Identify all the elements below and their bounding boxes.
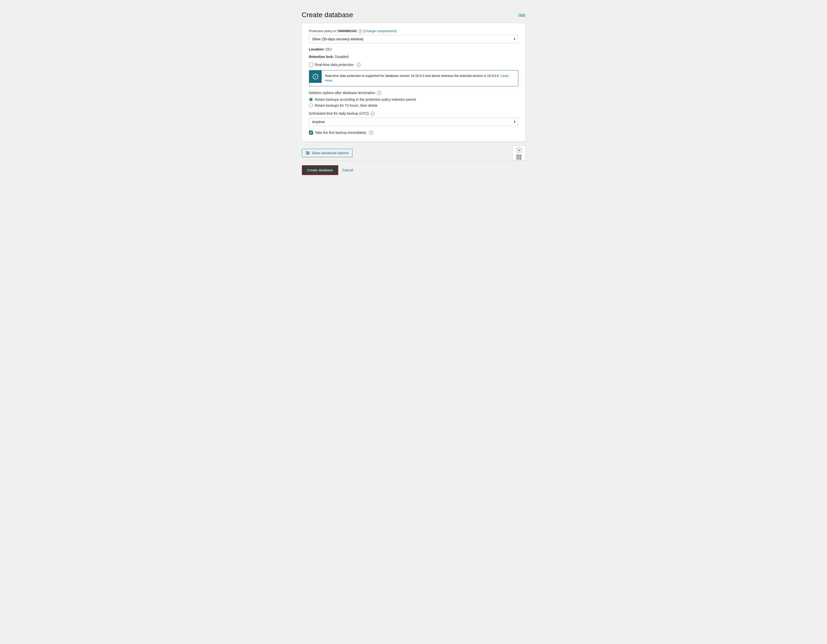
scheduled-backup-info-icon[interactable]: i [371, 112, 374, 116]
scheduled-backup-label: Scheduled time for daily backup (UTC) i [309, 111, 518, 116]
svg-point-3 [306, 151, 307, 153]
protection-policy-label: Protection policy in 79889980342 i (Chan… [309, 29, 518, 33]
info-banner: i Real-time data protection is supported… [309, 70, 518, 86]
scheduled-backup-select[interactable]: Anytime 00:00 01:00 02:00 [309, 118, 518, 126]
help-widget-dots [516, 155, 521, 159]
real-time-protection-info-icon[interactable]: i [357, 63, 361, 67]
filter-icon [306, 151, 310, 155]
show-advanced-options-label: Show advanced options [312, 151, 349, 155]
svg-point-4 [308, 153, 309, 154]
deletion-option1-label: Retain backups according to the protecti… [315, 97, 416, 102]
scheduled-backup-select-wrapper: Anytime 00:00 01:00 02:00 ⬍ [309, 118, 518, 126]
real-time-protection-checkbox[interactable] [309, 63, 313, 67]
svg-point-10 [518, 150, 520, 151]
deletion-option1-row: Retain backups according to the protecti… [309, 97, 518, 102]
page-title: Create database [302, 11, 353, 19]
show-advanced-options-button[interactable]: Show advanced options [302, 149, 353, 157]
retention-lock-field: Retention lock: Disabled [309, 55, 518, 59]
deletion-option2-row: Retain backups for 72 hours, then delete [309, 103, 518, 108]
compartment-id: 79889980342 [337, 29, 357, 33]
deletion-option2-label: Retain backups for 72 hours, then delete [315, 103, 378, 108]
protection-policy-select[interactable]: Silver (35-days recovery window) Bronze … [309, 35, 518, 43]
svg-point-5 [306, 153, 308, 155]
retention-lock-value: Disabled [335, 55, 348, 59]
help-link[interactable]: Help [518, 13, 526, 17]
location-value: OCI [325, 47, 332, 51]
info-icon-circle: i [313, 74, 318, 79]
help-widget-icon [515, 147, 523, 154]
location-field: Location: OCI [309, 47, 518, 51]
scheduled-backup-section: Scheduled time for daily backup (UTC) i … [309, 111, 518, 126]
protection-policy-info-icon[interactable]: i [359, 29, 362, 33]
footer-bar: Show advanced options [302, 142, 526, 161]
create-database-button[interactable]: Create database [302, 165, 339, 175]
first-backup-row: Take the first backup immediately i [309, 131, 518, 134]
help-widget[interactable] [513, 145, 526, 161]
real-time-protection-row: Real-time data protection i [309, 63, 518, 67]
info-banner-message: Real-time data protection is supported f… [325, 74, 499, 78]
real-time-protection-label: Real-time data protection [315, 63, 354, 67]
info-banner-icon: i [309, 70, 321, 83]
deletion-options-section: Deletion options after database terminat… [309, 91, 518, 108]
protection-policy-select-wrapper: Silver (35-days recovery window) Bronze … [309, 35, 518, 43]
first-backup-checkbox[interactable] [309, 131, 313, 134]
action-bar: Create database Cancel [302, 161, 526, 177]
main-panel: Protection policy in 79889980342 i (Chan… [302, 23, 526, 142]
deletion-option2-radio[interactable] [309, 103, 313, 108]
change-compartment-link[interactable]: (Change compartment) [364, 29, 397, 33]
info-banner-text: Real-time data protection is supported f… [321, 70, 518, 86]
deletion-option1-radio[interactable] [309, 97, 313, 102]
deletion-options-info-icon[interactable]: i [377, 91, 381, 95]
deletion-options-label: Deletion options after database terminat… [309, 91, 518, 95]
first-backup-info-icon[interactable]: i [369, 131, 373, 134]
cancel-link[interactable]: Cancel [342, 168, 353, 172]
first-backup-label: Take the first backup immediately [315, 131, 367, 134]
